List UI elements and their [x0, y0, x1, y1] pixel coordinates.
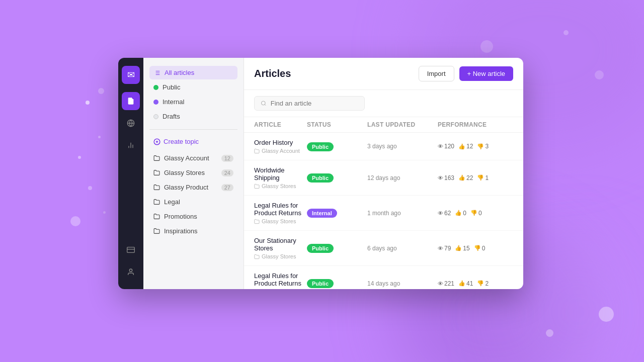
articles-table: Article Status Last updated Performance … — [244, 117, 523, 289]
all-articles-icon — [153, 69, 160, 76]
header-actions: Import + New article — [419, 66, 513, 81]
sidebar-folder-item[interactable]: Glassy Account 12 — [149, 151, 237, 165]
table-row[interactable]: Our Stationary Stores Glassy Stores Publ… — [244, 231, 523, 266]
article-info: Order History Glassy Account — [254, 139, 307, 154]
filter-all-articles[interactable]: All articles — [149, 66, 237, 79]
article-title: Worldwide Shipping — [254, 166, 307, 182]
views-count: 👁 163 — [438, 174, 454, 182]
thumbs-down-icon: 👎 — [477, 280, 484, 287]
folder-count: 27 — [221, 184, 233, 191]
article-folder: Glassy Stores — [254, 183, 307, 189]
app-logo[interactable]: ✉ — [122, 66, 140, 84]
status-badge: Public — [307, 142, 334, 151]
folder-name: Legal — [164, 198, 233, 206]
status-badge: Public — [307, 244, 334, 253]
filter-area — [244, 90, 523, 117]
main-header: Articles Import + New article — [244, 58, 523, 90]
drafts-indicator — [153, 114, 158, 119]
thumbs-up-icon: 👍 — [458, 174, 465, 181]
status-cell: Public — [307, 243, 367, 253]
thumbs-down-icon: 👎 — [474, 245, 481, 251]
folder-icon — [153, 228, 160, 234]
article-title: Order History — [254, 139, 307, 146]
folder-icon — [153, 213, 160, 220]
performance-cell: 👁 79 👍 15 👎 0 — [438, 245, 513, 252]
article-folder: Glassy Stores — [254, 253, 307, 259]
status-cell: Public — [307, 279, 367, 288]
article-title: Legal Rules for Product Returns — [254, 202, 307, 217]
svg-point-7 — [129, 269, 132, 272]
eye-icon: 👁 — [438, 281, 443, 287]
table-row[interactable]: Legal Rules for Product Returns Glassy S… — [244, 196, 523, 231]
analytics-icon — [127, 141, 135, 149]
status-badge: Public — [307, 279, 334, 288]
thumbs-up-count: 👍 15 — [455, 245, 469, 252]
sidebar-folder-item[interactable]: Promotions — [149, 210, 237, 223]
thumbs-up-count: 👍 41 — [458, 280, 473, 287]
folder-name: Glassy Product — [164, 184, 217, 191]
sidebar-folder-item[interactable]: Glassy Product 27 — [149, 180, 237, 194]
article-folder: Glassy Account — [254, 148, 307, 154]
folder-icon — [153, 199, 160, 205]
main-content: Articles Import + New article Article St… — [244, 58, 523, 289]
nav-articles[interactable] — [122, 92, 140, 110]
performance-cell: 👁 62 👍 0 👎 0 — [438, 210, 513, 217]
drafts-label: Drafts — [163, 113, 233, 120]
import-button[interactable]: Import — [419, 66, 454, 81]
performance-cell: 👁 221 👍 41 👎 2 — [438, 280, 513, 287]
col-article: Article — [254, 121, 307, 128]
nav-cards[interactable] — [122, 241, 140, 259]
status-cell: Internal — [307, 208, 367, 218]
thumbs-down-count: 👎 0 — [470, 210, 482, 217]
internal-label: Internal — [163, 98, 233, 106]
sidebar-folder-item[interactable]: Glassy Stores 24 — [149, 166, 237, 179]
folder-name: Glassy Stores — [164, 169, 217, 176]
views-count: 👁 79 — [438, 245, 451, 252]
table-row[interactable]: Legal Rules for Product Returns Glassy S… — [244, 266, 523, 289]
thumbs-up-icon: 👍 — [458, 143, 465, 150]
create-topic-button[interactable]: Create topic — [149, 135, 237, 148]
folder-icon — [153, 184, 160, 191]
folder-icon — [153, 169, 160, 176]
thumbs-down-count: 👎 0 — [474, 245, 486, 252]
thumbs-down-count: 👎 1 — [477, 174, 489, 182]
thumbs-down-count: 👎 3 — [477, 143, 489, 150]
search-icon — [261, 100, 267, 107]
public-label: Public — [163, 83, 233, 91]
create-topic-label: Create topic — [164, 138, 199, 145]
folder-count: 12 — [221, 155, 233, 162]
filter-internal[interactable]: Internal — [149, 95, 237, 109]
performance-cell: 👁 163 👍 22 👎 1 — [438, 174, 513, 182]
table-row[interactable]: Worldwide Shipping Glassy Stores Public … — [244, 160, 523, 196]
filter-drafts[interactable]: Drafts — [149, 110, 237, 123]
last-updated: 3 days ago — [367, 143, 438, 150]
thumbs-down-icon: 👎 — [470, 210, 477, 216]
article-folder: Glassy Stores — [254, 218, 307, 224]
thumbs-down-icon: 👎 — [477, 143, 484, 150]
folder-small-icon — [254, 254, 260, 259]
public-indicator — [153, 85, 158, 90]
new-article-button[interactable]: + New article — [459, 66, 514, 81]
views-count: 👁 221 — [438, 280, 454, 287]
table-row[interactable]: Order History Glassy Account Public 3 da… — [244, 133, 523, 160]
article-title: Legal Rules for Product Returns — [254, 272, 307, 287]
search-input[interactable] — [271, 100, 358, 107]
col-updated: Last updated — [367, 121, 438, 128]
views-count: 👁 62 — [438, 210, 451, 217]
plus-circle-icon — [153, 138, 160, 145]
folder-small-icon — [254, 184, 260, 189]
cards-icon — [127, 246, 135, 254]
nav-user[interactable] — [122, 263, 140, 281]
folder-small-icon — [254, 148, 260, 154]
sidebar-folder-item[interactable]: Inspirations — [149, 224, 237, 238]
sidebar-folder-item[interactable]: Legal — [149, 195, 237, 209]
page-title: Articles — [254, 68, 291, 79]
folder-name: Inspirations — [164, 227, 233, 235]
nav-globe[interactable] — [122, 114, 140, 132]
nav-analytics[interactable] — [122, 136, 140, 154]
thumbs-down-icon: 👎 — [477, 174, 484, 181]
folder-name: Glassy Account — [164, 154, 217, 162]
folder-list: Glassy Account 12 Glassy Stores 24 Glass… — [149, 151, 237, 238]
filter-public[interactable]: Public — [149, 80, 237, 94]
eye-icon: 👁 — [438, 143, 443, 149]
